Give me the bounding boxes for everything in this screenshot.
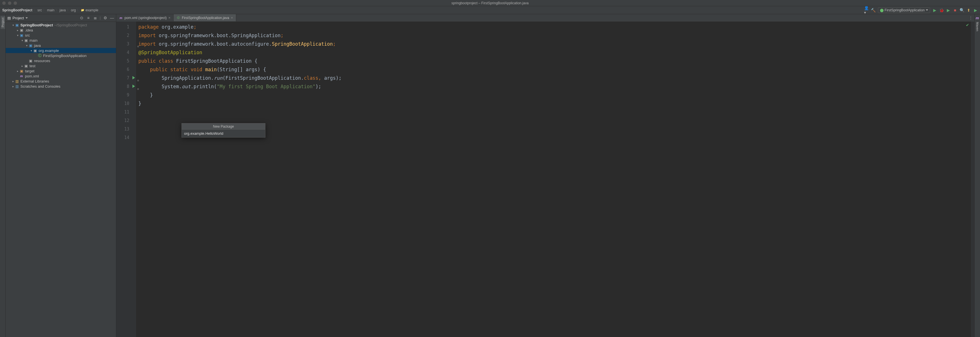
build-icon[interactable]: 🔨: [871, 8, 876, 13]
line-number[interactable]: 5: [116, 57, 136, 65]
line-number[interactable]: 10: [116, 99, 136, 108]
run-config-selector[interactable]: ⬤ FirstSpringBootApplication: [878, 7, 930, 13]
line-number[interactable]: 6: [116, 65, 136, 74]
hide-icon[interactable]: —: [110, 16, 114, 20]
code-line[interactable]: }: [138, 91, 971, 99]
tree-toggle-icon[interactable]: ▸: [16, 70, 19, 73]
line-number[interactable]: 4: [116, 48, 136, 57]
code-line[interactable]: import org.springframework.boot.SpringAp…: [138, 31, 971, 40]
line-number[interactable]: 2: [116, 31, 136, 40]
folder-icon: ▣: [24, 64, 29, 68]
code-line[interactable]: }: [138, 99, 971, 108]
code-line[interactable]: package org.example;: [138, 23, 971, 31]
tree-label: resources: [34, 59, 50, 63]
tree-row[interactable]: ▾▣org.example: [6, 48, 116, 53]
tree-row[interactable]: ▣resources: [6, 58, 116, 63]
tree-toggle-icon[interactable]: ▾: [16, 34, 19, 37]
tab-list-icon[interactable]: ⋮: [969, 16, 973, 20]
toolbar-right: 👤▾ 🔨 ⬤ FirstSpringBootApplication ▶ 🐞 ▶ …: [864, 7, 978, 13]
breadcrumb-item[interactable]: src: [37, 8, 42, 12]
code-line[interactable]: SpringApplication.run(FirstSpringBootApp…: [138, 74, 971, 82]
line-number[interactable]: 12: [116, 116, 136, 125]
search-icon[interactable]: 🔍: [959, 8, 964, 13]
run-icon[interactable]: ▶: [932, 8, 937, 13]
tree-toggle-icon[interactable]: ▸: [16, 29, 19, 32]
chevron-down-icon[interactable]: [25, 17, 28, 19]
editor-tab[interactable]: mpom.xml (springbootproject)×: [116, 14, 173, 21]
tree-label: SpringBootProject: [21, 23, 53, 27]
code-line[interactable]: public class FirstSpringBootApplication …: [138, 57, 971, 65]
tree-row[interactable]: ▸▥Scratches and Consoles: [6, 84, 116, 89]
tree-row[interactable]: ▸▥External Libraries: [6, 79, 116, 84]
project-view-icon: ▤: [7, 16, 11, 20]
breadcrumb-item[interactable]: org: [71, 8, 76, 12]
tree-toggle-icon[interactable]: ▾: [21, 39, 24, 42]
breadcrumb-label: org: [71, 8, 76, 12]
chevron-down-icon: [926, 10, 928, 11]
locate-icon[interactable]: ⊙: [80, 16, 84, 20]
code-line[interactable]: import org.springframework.boot.autoconf…: [138, 40, 971, 48]
editor-gutter[interactable]: 123⊖4567⊖8⊖91011121314: [116, 22, 136, 337]
folder-icon: ▣: [24, 38, 29, 43]
breadcrumb-separator: 〉: [33, 8, 36, 12]
project-tree[interactable]: ▾▣SpringBootProject~/SpringBootProject▸▣…: [6, 22, 116, 337]
tree-row[interactable]: ▾▣main: [6, 38, 116, 43]
gear-icon[interactable]: ⚙: [103, 16, 107, 20]
stop-icon[interactable]: ■: [953, 8, 957, 13]
tree-row[interactable]: ▸▣.idea: [6, 27, 116, 33]
user-menu-icon[interactable]: 👤▾: [864, 8, 869, 13]
breadcrumb-item[interactable]: main: [47, 8, 54, 12]
tree-row[interactable]: ⒸFirstSpringBootApplication: [6, 53, 116, 58]
minimize-window-button[interactable]: [8, 2, 11, 5]
tree-label: FirstSpringBootApplication: [43, 54, 86, 58]
code-line[interactable]: public static void main(String[] args) {: [138, 65, 971, 74]
tree-label: External Libraries: [21, 79, 49, 83]
expand-all-icon[interactable]: ≡: [86, 16, 91, 20]
line-number[interactable]: 13: [116, 125, 136, 134]
tree-row[interactable]: ▸▣target: [6, 68, 116, 73]
debug-icon[interactable]: 🐞: [939, 8, 944, 13]
line-number[interactable]: 7⊖: [116, 74, 136, 82]
editor-tabs: mpom.xml (springbootproject)×ⒸFirstSprin…: [116, 14, 974, 22]
line-number[interactable]: 8⊖: [116, 82, 136, 91]
left-tab-project[interactable]: Project: [0, 16, 5, 29]
breadcrumb-item[interactable]: java: [60, 8, 66, 12]
new-package-popup-title: New Package: [182, 123, 265, 130]
ide-update-icon[interactable]: ⬆: [966, 8, 971, 13]
breadcrumb-item[interactable]: 📁example: [81, 8, 98, 12]
tree-row[interactable]: mpom.xml: [6, 73, 116, 79]
tree-toggle-icon[interactable]: ▾: [25, 44, 29, 47]
run-coverage-icon[interactable]: ▶: [946, 8, 950, 13]
run-anything-icon[interactable]: ▶: [973, 8, 978, 13]
zoom-window-button[interactable]: [14, 2, 17, 5]
tree-row[interactable]: ▾▣java: [6, 43, 116, 48]
line-number[interactable]: 9: [116, 91, 136, 99]
run-gutter-icon[interactable]: [132, 76, 135, 79]
tree-label: main: [30, 38, 37, 43]
right-tab-maven[interactable]: Maven: [975, 20, 980, 33]
tree-toggle-icon[interactable]: ▾: [30, 49, 33, 52]
tree-toggle-icon[interactable]: ▸: [21, 64, 24, 67]
code-line[interactable]: System.out.println("My first Spring Boot…: [138, 82, 971, 91]
tree-toggle-icon[interactable]: ▸: [11, 85, 15, 88]
line-number[interactable]: 14: [116, 134, 136, 142]
tree-toggle-icon[interactable]: ▾: [11, 24, 15, 27]
project-view-title[interactable]: Project: [13, 16, 24, 20]
close-window-button[interactable]: [2, 2, 6, 5]
new-package-input[interactable]: [182, 130, 265, 137]
run-gutter-icon[interactable]: [132, 84, 135, 88]
close-tab-icon[interactable]: ×: [169, 16, 171, 20]
tree-toggle-icon[interactable]: ▸: [11, 80, 15, 83]
breadcrumb-item[interactable]: SpringBootProject: [2, 8, 32, 12]
editor-tab[interactable]: ⒸFirstSpringBootApplication.java×: [173, 14, 236, 21]
close-tab-icon[interactable]: ×: [231, 16, 233, 20]
tree-row[interactable]: ▾▣SpringBootProject~/SpringBootProject: [6, 22, 116, 27]
line-number[interactable]: 11: [116, 108, 136, 116]
tree-row[interactable]: ▸▣test: [6, 63, 116, 68]
line-number[interactable]: 1: [116, 23, 136, 31]
collapse-all-icon[interactable]: ≣: [93, 16, 97, 20]
line-number[interactable]: 3⊖: [116, 40, 136, 48]
tree-row[interactable]: ▾▣src: [6, 33, 116, 38]
editor-code[interactable]: package org.example;import org.springfra…: [136, 22, 971, 337]
code-line[interactable]: @SpringBootApplication: [138, 48, 971, 57]
